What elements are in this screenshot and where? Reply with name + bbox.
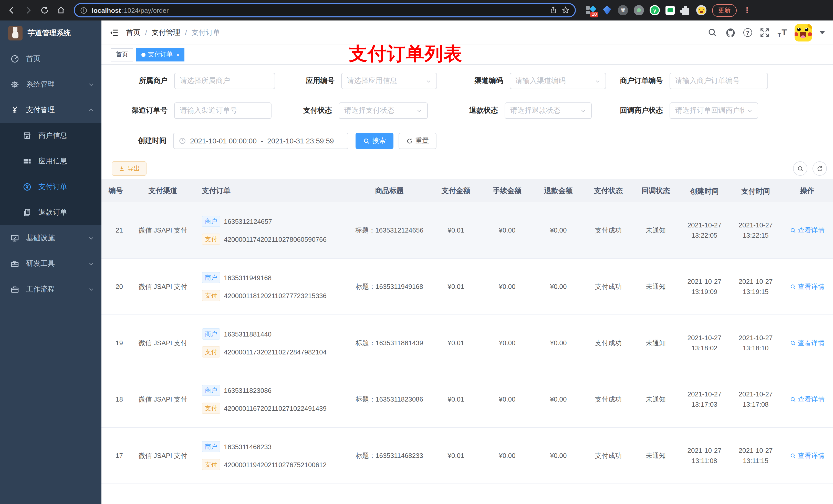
view-detail-link[interactable]: 查看详情 (790, 225, 825, 235)
cell-fee (481, 484, 533, 504)
sidebar-item-refund-order[interactable]: 退款订单 (0, 200, 101, 225)
command-extension-icon[interactable]: ⌘ (618, 5, 628, 15)
sidebar-item-payment[interactable]: 支付管理 (0, 97, 101, 123)
date-end: 2021-10-31 23:59:59 (267, 137, 334, 145)
cell-no: 21 (101, 202, 127, 258)
search-button[interactable]: 搜索 (356, 133, 394, 149)
show-search-toggle-button[interactable] (793, 161, 807, 176)
yen-circle-icon (23, 182, 32, 192)
green-dot-extension-icon[interactable] (634, 5, 644, 15)
avatar-caret-icon[interactable] (820, 31, 825, 34)
view-detail-link[interactable]: 查看详情 (790, 282, 825, 291)
view-detail-link[interactable]: 查看详情 (790, 338, 825, 347)
tab-home[interactable]: 首页 (111, 48, 133, 61)
table-row: 21 微信 JSAPI 支付 商户1635312124657 支付4200001… (101, 202, 833, 259)
reload-icon[interactable] (38, 4, 51, 17)
cell-create-time: 2021-10-2713:11:08 (679, 428, 730, 483)
cell-amount: ¥0.01 (430, 259, 481, 314)
sidebar-item-merchant-info[interactable]: 商户信息 (0, 123, 101, 148)
forward-icon[interactable] (22, 4, 35, 17)
merchant-order-no-input[interactable]: 请输入商户订单编号 (670, 73, 768, 89)
emoji-extension-icon[interactable] (696, 5, 707, 15)
font-size-icon[interactable]: TT (778, 27, 787, 38)
chevron-down-icon (88, 261, 94, 267)
view-detail-link[interactable]: 查看详情 (790, 394, 825, 404)
sidebar-item-infrastructure[interactable]: 基础设施 (0, 225, 101, 251)
active-tab-dot (141, 52, 145, 56)
channel-code-select[interactable]: 请输入渠道编码 (510, 73, 606, 89)
sidebar-item-workflow[interactable]: 工作流程 (0, 277, 101, 302)
url-host: localhost (92, 6, 121, 14)
cell-actions (781, 484, 833, 504)
sidebar-fold-icon[interactable] (110, 28, 119, 37)
cell-create-time (679, 484, 730, 504)
breadcrumb-payment[interactable]: 支付管理 (152, 28, 180, 37)
chevron-down-icon (580, 108, 586, 114)
sidebar-item-system[interactable]: 系统管理 (0, 72, 101, 97)
extensions-puzzle-icon[interactable] (680, 5, 691, 15)
channel-pay-no: 4200001173202110272847982104 (224, 348, 327, 356)
cell-actions: 查看详情 (781, 315, 833, 371)
cell-pay-time: 2021-10-2713:22:15 (730, 202, 781, 258)
bookmark-star-icon[interactable] (562, 6, 570, 14)
cell-title: 标题：1635311823086 (348, 371, 430, 427)
address-bar[interactable]: localhost :1024/pay/order (74, 3, 576, 18)
cell-channel: 微信 JSAPI 支付 (127, 315, 199, 371)
channel-pay-no: 4200001174202110278060590766 (224, 235, 327, 243)
share-icon[interactable] (549, 6, 557, 14)
browser-update-button[interactable]: 更新 (712, 4, 737, 17)
chat-extension-icon[interactable] (665, 6, 675, 15)
tab-manager-extension-icon[interactable]: 10 (586, 5, 596, 15)
search-icon[interactable] (708, 27, 718, 38)
sidebar-item-home[interactable]: 首页 (0, 46, 101, 72)
site-info-icon[interactable] (80, 6, 88, 14)
user-avatar[interactable] (794, 24, 812, 41)
export-button[interactable]: 导出 (112, 161, 146, 176)
kite-extension-icon[interactable] (602, 5, 612, 15)
table-row: 19 微信 JSAPI 支付 商户1635311881440 支付4200001… (101, 315, 833, 371)
filter-channel-order-no: 渠道订单号 请输入渠道订单号 (132, 102, 271, 119)
toolbox-icon (10, 259, 20, 268)
home-icon[interactable] (54, 4, 68, 17)
tab-pay-order[interactable]: 支付订单 × (136, 48, 185, 61)
grid-icon (23, 157, 32, 166)
cell-title: 标题：1635311468233 (348, 428, 430, 483)
chevron-down-icon (416, 108, 422, 114)
refresh-table-button[interactable] (812, 161, 827, 176)
sidebar-item-app-info[interactable]: 应用信息 (0, 148, 101, 174)
breadcrumb-home[interactable]: 首页 (126, 28, 140, 37)
browser-menu-icon[interactable]: ⋮ (743, 6, 752, 15)
back-icon[interactable] (5, 4, 19, 17)
merchant-order-no: 1635311949168 (224, 274, 271, 282)
tags-view-bar: 首页 支付订单 × (101, 45, 833, 65)
pay-status-select[interactable]: 请选择支付状态 (339, 102, 428, 119)
reset-button[interactable]: 重置 (399, 133, 436, 149)
cell-refund: ¥0.00 (533, 428, 584, 483)
sidebar-item-pay-order[interactable]: 支付订单 (0, 174, 101, 200)
cell-create-time: 2021-10-2713:22:05 (679, 202, 730, 258)
date-range-picker[interactable]: 2021-10-01 00:00:00 - 2021-10-31 23:59:5… (173, 133, 348, 149)
channel-pay-no: 4200001181202110277723215336 (224, 292, 327, 299)
help-icon[interactable]: ? (743, 28, 752, 37)
app-logo[interactable]: 芋道管理系统 (0, 21, 101, 46)
y-extension-icon[interactable]: y (649, 5, 660, 15)
sidebar-item-dev-tools[interactable]: 研发工具 (0, 251, 101, 277)
cell-pay-time: 2021-10-2713:11:15 (730, 428, 781, 483)
cell-pay-time (730, 484, 781, 504)
refund-status-select[interactable]: 请选择退款状态 (505, 102, 592, 119)
cell-refund: ¥0.00 (533, 259, 584, 314)
monitor-icon (10, 234, 20, 243)
filter-channel-code: 渠道编码 请输入渠道编码 (474, 73, 606, 89)
cell-pay-order: 商户1635311881440 支付4200001173202110272847… (199, 315, 348, 371)
channel-order-no-input[interactable]: 请输入渠道订单号 (174, 102, 271, 119)
sidebar-item-label: 工作流程 (26, 285, 55, 294)
merchant-select[interactable]: 请选择所属商户 (174, 73, 275, 89)
notify-status-select[interactable]: 请选择订单回调商户状态 (670, 102, 758, 119)
app-select[interactable]: 请选择应用信息 (341, 73, 437, 89)
fullscreen-icon[interactable] (760, 27, 770, 38)
filter-merchant-order-no: 商户订单编号 请输入商户订单编号 (620, 73, 768, 89)
github-icon[interactable] (725, 27, 736, 38)
view-detail-link[interactable]: 查看详情 (790, 451, 825, 460)
merchant-tag: 商户 (202, 216, 220, 227)
close-tab-icon[interactable]: × (176, 51, 180, 57)
